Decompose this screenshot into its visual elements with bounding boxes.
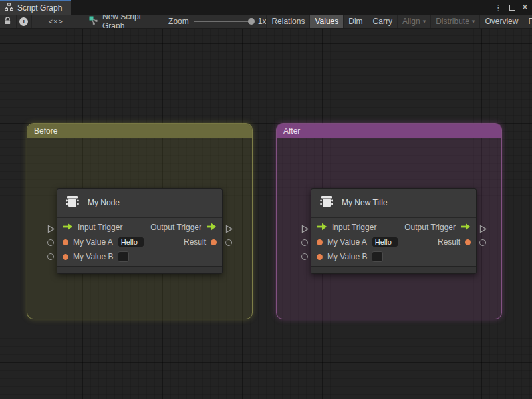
hierarchy-graph-icon [5, 3, 13, 13]
port-label: My Value A [73, 237, 113, 247]
value-a-input[interactable] [372, 237, 398, 247]
port-label: Input Trigger [332, 223, 376, 232]
zoom-value: 1x [258, 17, 267, 26]
value-port-icon[interactable] [465, 239, 471, 245]
port-label: Result [438, 237, 460, 247]
toolbar-buttons: Relations Values Dim Carry Align ▾ Distr… [266, 15, 532, 28]
flow-out-icon[interactable] [460, 223, 471, 233]
values-button[interactable]: Values [309, 15, 343, 28]
graph-name-section: New Script Graph [80, 15, 162, 28]
carry-button[interactable]: Carry [368, 15, 397, 28]
flow-in-icon[interactable] [317, 223, 327, 233]
value-port-outline-icon[interactable] [225, 239, 232, 246]
port-label: Input Trigger [78, 223, 122, 232]
flow-port-outline-icon[interactable] [479, 224, 487, 236]
value-port-icon[interactable] [317, 254, 323, 260]
node-footer [57, 266, 222, 273]
zoom-label: Zoom [168, 17, 189, 26]
group-title: After [283, 126, 300, 136]
port-label: My Value B [327, 252, 367, 261]
flow-port-outline-icon[interactable] [225, 224, 233, 236]
node-title: My Node [88, 198, 120, 207]
group-after-header[interactable]: After [277, 124, 501, 138]
port-label: My Value B [73, 252, 113, 261]
overview-button[interactable]: Overview [479, 15, 523, 28]
port-label: Result [184, 237, 206, 247]
node-footer [311, 266, 476, 273]
menu-dots-icon[interactable]: ⋮ [494, 3, 503, 12]
value-port-outline-icon[interactable] [47, 239, 54, 246]
unit-icon [318, 193, 335, 213]
close-icon[interactable]: × [522, 2, 528, 13]
node-header[interactable]: My Node [57, 189, 222, 218]
value-b-input[interactable] [118, 251, 129, 262]
window-controls: ⋮ × [494, 0, 532, 15]
port-label: Output Trigger [404, 223, 456, 232]
value-port-outline-icon[interactable] [479, 239, 486, 246]
script-graph-icon [89, 16, 98, 27]
node-ports: Input Trigger Output Trigger My Value A … [311, 218, 476, 266]
value-port-icon[interactable] [63, 254, 68, 260]
port-label: Output Trigger [150, 223, 201, 232]
lock-button[interactable] [0, 15, 17, 28]
maximize-icon[interactable] [509, 5, 515, 11]
code-preview-button[interactable]: <×> [32, 15, 80, 28]
align-dropdown[interactable]: Align ▾ [397, 15, 430, 28]
dim-button[interactable]: Dim [343, 15, 367, 28]
value-port-outline-icon[interactable] [301, 239, 308, 246]
flow-in-icon[interactable] [63, 223, 73, 233]
distribute-dropdown[interactable]: Distribute ▾ [430, 15, 479, 28]
unit-icon [64, 193, 81, 213]
zoom-control: Zoom 1x [162, 15, 266, 28]
graph-toolbar: i <×> New Script Graph Zoom 1x Relations… [0, 15, 532, 29]
zoom-slider-track[interactable] [194, 21, 253, 22]
value-port-outline-icon[interactable] [47, 253, 54, 260]
value-a-input[interactable] [118, 237, 144, 247]
tab-label: Script Graph [17, 3, 62, 13]
node-header[interactable]: My New Title [311, 189, 476, 218]
port-label: My Value A [327, 237, 367, 247]
value-port-icon[interactable] [63, 239, 68, 245]
node-title: My New Title [342, 198, 388, 207]
tab-bar: Script Graph ⋮ × [0, 0, 532, 15]
code-icon: <×> [49, 17, 63, 25]
value-port-icon[interactable] [211, 239, 217, 245]
node-my-node[interactable]: My Node Input Trigger Output Trigger My … [57, 188, 223, 274]
zoom-slider-handle[interactable] [248, 18, 255, 25]
relations-button[interactable]: Relations [266, 15, 309, 28]
node-my-new-title[interactable]: My New Title Input Trigger Output Trigge… [311, 188, 477, 274]
chevron-down-icon: ▾ [472, 18, 475, 25]
value-port-outline-icon[interactable] [301, 253, 308, 260]
tab-script-graph[interactable]: Script Graph [0, 0, 71, 15]
info-button[interactable]: i [17, 15, 32, 28]
graph-canvas[interactable]: Before After My Node Input Trigger Outpu… [0, 29, 532, 399]
group-title: Before [34, 126, 57, 136]
value-port-icon[interactable] [317, 239, 323, 245]
group-before-header[interactable]: Before [27, 124, 252, 138]
chevron-down-icon: ▾ [423, 18, 426, 25]
info-icon: i [19, 17, 28, 26]
flow-out-icon[interactable] [206, 223, 217, 233]
value-b-input[interactable] [372, 251, 383, 262]
node-ports: Input Trigger Output Trigger My Value A … [57, 218, 222, 266]
flow-port-outline-icon[interactable] [301, 224, 309, 236]
graph-name-label: New Script Graph [102, 15, 162, 29]
lock-icon [4, 17, 11, 27]
fullscreen-button[interactable]: Full Screen [523, 15, 532, 28]
flow-port-outline-icon[interactable] [47, 224, 55, 236]
